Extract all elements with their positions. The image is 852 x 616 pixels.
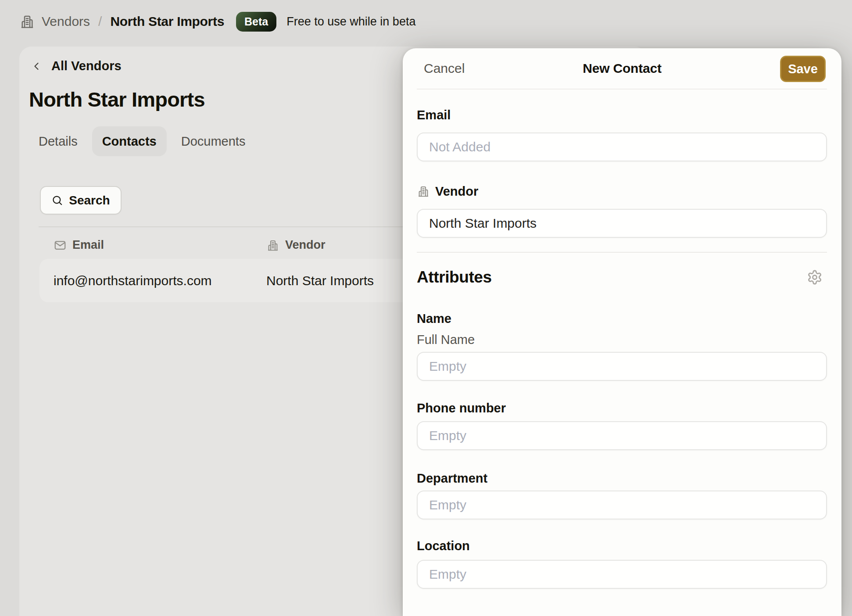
app: Vendors / North Star Imports Beta Free t… (0, 0, 852, 616)
chevron-left-icon (32, 61, 42, 72)
department-label: Department (417, 471, 827, 485)
gear-icon[interactable] (807, 269, 823, 285)
section-divider (417, 252, 827, 253)
building-icon (266, 239, 279, 252)
column-header-email[interactable]: Email (54, 238, 104, 252)
phone-number-field[interactable] (417, 421, 827, 450)
cancel-button[interactable]: Cancel (424, 48, 465, 89)
tab-details[interactable]: Details (39, 126, 78, 156)
back-label: All Vendors (51, 59, 122, 73)
breadcrumb: Vendors / North Star Imports Beta Free t… (19, 10, 415, 33)
header-divider (417, 89, 827, 90)
vendor-tabs: Details Contacts Documents (39, 126, 245, 156)
attributes-heading: Attributes (417, 268, 492, 287)
email-field[interactable] (417, 133, 827, 161)
department-field[interactable] (417, 491, 827, 519)
drawer-title: New Contact (403, 48, 841, 89)
page-title: North Star Imports (29, 86, 205, 113)
drawer-header: Cancel New Contact Save (403, 48, 841, 89)
column-label: Vendor (285, 238, 326, 252)
beta-note: Free to use while in beta (286, 15, 415, 29)
column-label: Email (72, 238, 104, 252)
beta-badge: Beta (236, 12, 276, 32)
column-header-vendor[interactable]: Vendor (266, 238, 326, 252)
full-name-field[interactable] (417, 352, 827, 381)
breadcrumb-vendors-link[interactable]: Vendors (42, 14, 90, 29)
search-button[interactable]: Search (40, 186, 122, 215)
save-button[interactable]: Save (780, 56, 826, 82)
search-label: Search (69, 193, 110, 208)
new-contact-drawer: Cancel New Contact Save Email Vendor (403, 48, 841, 616)
search-icon (51, 194, 63, 206)
name-label: Name (417, 312, 827, 326)
breadcrumb-separator: / (98, 14, 102, 29)
phone-number-label: Phone number (417, 401, 827, 415)
breadcrumb-current: North Star Imports (110, 14, 224, 29)
vendor-label-text: Vendor (435, 184, 478, 198)
vendor-label: Vendor (417, 184, 827, 198)
building-icon (19, 14, 35, 29)
location-field[interactable] (417, 560, 827, 589)
tab-contacts[interactable]: Contacts (92, 126, 167, 156)
back-to-all-vendors[interactable]: All Vendors (32, 59, 122, 73)
row-email: info@northstarimports.com (54, 259, 212, 302)
vendor-field[interactable] (417, 209, 827, 238)
tab-documents[interactable]: Documents (181, 126, 246, 156)
mail-icon (54, 239, 67, 252)
full-name-sublabel: Full Name (417, 333, 827, 347)
new-contact-form: Email Vendor Attributes (403, 108, 841, 589)
building-icon (417, 185, 430, 198)
email-label: Email (417, 108, 827, 122)
row-vendor: North Star Imports (266, 259, 374, 302)
location-label: Location (417, 539, 827, 553)
